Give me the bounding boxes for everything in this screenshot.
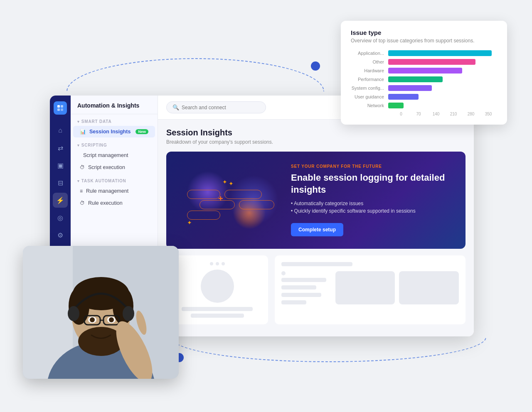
placeholder-dot [222,262,225,265]
chevron-icon: ▾ [77,120,80,124]
search-bar[interactable]: 🔍 [166,101,266,113]
hero-pill-2 [224,190,262,199]
placeholder-bar [281,262,352,266]
sidebar-header: Automation & Insights [71,96,158,114]
sidebar-item-label: Session Insights [89,129,131,135]
dashed-line-bottom [170,337,486,362]
search-input[interactable] [182,105,260,110]
nav-transfer-icon[interactable]: ⇄ [53,140,68,155]
chart-axis-label: 0 [392,112,410,116]
nav-monitor-icon[interactable]: ▣ [53,158,68,173]
chart-axis-label: 140 [427,112,445,116]
hero-bullets: Automatically categorize issuesQuickly i… [291,201,453,216]
chart-row: User guidance [351,94,497,100]
chart-bar-wrap [388,103,497,108]
sidebar-item-icon: ⏱ [80,164,85,170]
svg-point-17 [123,306,134,321]
chart-row: Network [351,103,497,108]
svg-rect-2 [57,108,60,111]
nav-home-icon[interactable]: ⌂ [53,123,68,138]
hero-star-2: ✦ [229,180,234,187]
chart-bar [388,59,475,65]
placeholder-block [399,271,459,304]
placeholder-card-1 [166,255,268,324]
hero-pill-3 [200,200,235,209]
search-icon: 🔍 [172,104,179,110]
sidebar-item-script-execution[interactable]: ⏱ Script execution [73,162,155,173]
nav-storage-icon[interactable]: ⊟ [53,175,68,190]
sidebar-item-icon: 📊 [80,129,86,135]
svg-rect-3 [61,108,63,111]
complete-setup-button[interactable]: Complete setup [291,223,343,236]
chart-bar [388,103,404,108]
new-badge: New [135,129,148,134]
chart-row: Application... [351,50,497,56]
svg-rect-0 [57,105,60,108]
person-photo-bg [23,246,179,379]
placeholder-section [166,255,466,324]
chart-axis-label: 70 [410,112,427,116]
sidebar-item-icon: ≡ [80,188,83,194]
chart-bar [388,94,419,100]
placeholder-bar [281,285,316,289]
placeholder-dot [210,262,213,265]
hero-star-1: ✦ [222,179,227,185]
placeholder-block [335,271,395,304]
chevron-icon: ▾ [77,143,80,147]
issue-card-subtitle: Overview of top issue categories from su… [351,38,497,44]
issue-type-card: Issue type Overview of top issue categor… [341,21,507,125]
placeholder-bar [281,293,321,297]
chart-bar [388,68,462,74]
placeholder-circle-1 [201,270,234,303]
placeholder-col [281,271,331,308]
sidebar-item-session-insights[interactable]: 📊 Session Insights New [73,126,155,137]
chart-axis-label: 280 [462,112,480,116]
sidebar-item-rule-execution[interactable]: ⏱ Rule execution [73,197,155,209]
hero-decoration: + ✦ ✦ ✦ [175,167,283,233]
chart-bar [388,85,432,91]
sidebar-section-smart-data: ▾SMART DATA [71,114,158,125]
nav-settings-icon[interactable]: ⚙ [53,228,68,243]
chart-row: Other [351,59,497,65]
page-subtitle: Breakdown of your company's support sess… [166,139,466,145]
nav-automation-icon[interactable]: ⚡ [53,193,68,208]
sidebar-section-scripting: ▾SCRIPTING [71,138,158,149]
main-content: 🔍 Session Insights Breakdown of your com… [158,96,474,336]
chart-label: User guidance [351,94,388,99]
chart-axis-label: 210 [445,112,462,116]
chart-axis-label: 350 [480,112,497,116]
chart-bar-wrap [388,76,497,82]
chart-axis: 070140210280350 [392,112,497,116]
svg-point-16 [68,306,79,321]
hero-label: SET YOUR COMPANY FOR THE FUTURE [291,164,453,169]
sidebar-item-label: Script execution [88,164,125,170]
placeholder-dot [216,262,219,265]
content-area: Session Insights Breakdown of your compa… [158,120,474,336]
chart-label: Application... [351,51,388,56]
chart-row: System config... [351,85,497,91]
sidebar-item-label: Script management [83,152,128,158]
hero-heading: Enable session logging for detailed insi… [291,172,453,196]
svg-rect-1 [61,105,63,108]
chevron-icon: ▾ [77,179,80,183]
sidebar-nav: ▾SMART DATA 📊 Session Insights New ▾SCRI… [71,114,158,209]
hero-star-3: ✦ [187,219,192,226]
placeholder-dots-1 [173,262,261,265]
placeholder-card-2 [275,255,466,324]
hero-pill-1 [187,190,220,199]
placeholder-row [281,271,459,308]
sidebar-item-label: Rule management [86,188,128,194]
person-photo [23,246,179,379]
placeholder-dot [281,271,286,275]
nav-support-icon[interactable]: ◎ [53,210,68,225]
chart-bar-wrap [388,68,497,74]
chart-bar-wrap [388,85,497,91]
placeholder-bar [281,278,326,282]
sidebar-item-script-management[interactable]: Script management [73,150,155,161]
app-logo [54,101,67,115]
chart-row: Performance [351,76,497,82]
sidebar-section-task-automation: ▾TASK AUTOMATION [71,174,158,185]
chart-bar [388,76,443,82]
svg-point-21 [109,317,114,322]
sidebar-item-rule-management[interactable]: ≡ Rule management [73,185,155,197]
